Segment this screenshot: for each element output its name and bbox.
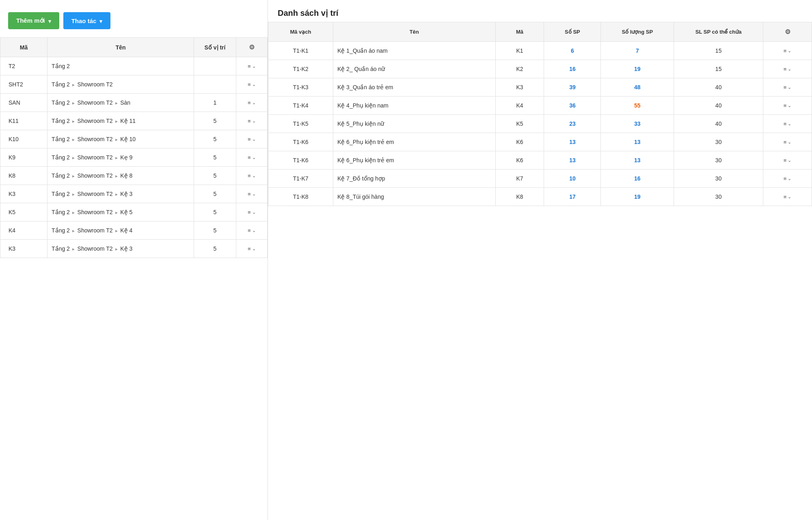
left-table-row: K4Tầng 2 ▸ Showroom T2 ▸ Kệ 45≡ ⌄ — [0, 221, 268, 240]
breadcrumb-arrow: ▸ — [114, 100, 119, 106]
breadcrumb-part: Kẹ 9 — [120, 154, 132, 161]
right-table-row: T1-K6Kệ 6_Phụ kiện trẻ emK6131330≡ ⌄ — [268, 133, 812, 151]
left-row-ma: K10 — [0, 130, 48, 148]
action-menu-icon[interactable]: ≡ ⌄ — [784, 157, 792, 163]
action-menu-icon[interactable]: ≡ ⌄ — [248, 100, 256, 106]
left-row-ten: Tầng 2 ▸ Showroom T2 ▸ Kẹ 9 — [48, 148, 194, 167]
breadcrumb-part: Showroom T2 — [78, 118, 113, 124]
right-row-mavach: T1-K7 — [268, 170, 333, 188]
breadcrumb-part: Showroom T2 — [78, 172, 113, 179]
left-row-action[interactable]: ≡ ⌄ — [236, 75, 267, 94]
left-row-ma: T2 — [0, 57, 48, 75]
left-table-row: K3Tầng 2 ▸ Showroom T2 ▸ Kệ 35≡ ⌄ — [0, 185, 268, 203]
left-row-sovitri: 1 — [194, 94, 236, 112]
toolbar: Thêm mới Thao tác — [0, 8, 268, 37]
action-menu-icon[interactable]: ≡ ⌄ — [784, 139, 792, 145]
left-row-ma: SAN — [0, 94, 48, 112]
right-row-ma: K2 — [495, 60, 544, 78]
action-menu-icon[interactable]: ≡ ⌄ — [248, 228, 256, 234]
left-row-action[interactable]: ≡ ⌄ — [236, 94, 267, 112]
left-row-action[interactable]: ≡ ⌄ — [236, 185, 267, 203]
left-table-row: SANTầng 2 ▸ Showroom T2 ▸ Sàn1≡ ⌄ — [0, 94, 268, 112]
breadcrumb-part: Kệ 4 — [120, 227, 132, 234]
add-new-button[interactable]: Thêm mới — [8, 12, 59, 29]
breadcrumb-arrow: ▸ — [114, 210, 119, 215]
left-row-action[interactable]: ≡ ⌄ — [236, 148, 267, 167]
left-row-ma: K8 — [0, 167, 48, 185]
right-row-action[interactable]: ≡ ⌄ — [763, 170, 812, 188]
col-slsp-header: Số lượng SP — [601, 22, 674, 42]
action-menu-icon[interactable]: ≡ ⌄ — [248, 63, 256, 69]
left-row-sovitri: 5 — [194, 167, 236, 185]
action-menu-icon[interactable]: ≡ ⌄ — [248, 191, 256, 197]
right-row-ma: K7 — [495, 170, 544, 188]
breadcrumb-arrow: ▸ — [114, 118, 119, 124]
breadcrumb-part: Kệ 3 — [120, 191, 132, 197]
right-row-action[interactable]: ≡ ⌄ — [763, 97, 812, 115]
left-row-action[interactable]: ≡ ⌄ — [236, 57, 267, 75]
col-sovitri-header: Số vị trí — [194, 38, 236, 57]
left-table-row: SHT2Tầng 2 ▸ Showroom T2≡ ⌄ — [0, 75, 268, 94]
action-menu-icon[interactable]: ≡ ⌄ — [784, 176, 792, 182]
right-row-action[interactable]: ≡ ⌄ — [763, 60, 812, 78]
left-row-ten: Tầng 2 ▸ Showroom T2 ▸ Kệ 10 — [48, 130, 194, 148]
right-row-action[interactable]: ≡ ⌄ — [763, 78, 812, 97]
action-menu-icon[interactable]: ≡ ⌄ — [784, 103, 792, 109]
left-row-action[interactable]: ≡ ⌄ — [236, 130, 267, 148]
breadcrumb-arrow: ▸ — [71, 155, 76, 161]
right-row-mavach: T1-K1 — [268, 42, 333, 60]
left-row-action[interactable]: ≡ ⌄ — [236, 167, 267, 185]
breadcrumb-part: Tầng 2 — [52, 245, 70, 252]
breadcrumb-arrow: ▸ — [71, 228, 76, 234]
right-row-mavach: T1-K3 — [268, 78, 333, 97]
action-menu-icon[interactable]: ≡ ⌄ — [248, 155, 256, 161]
right-row-sosp: 16 — [544, 60, 601, 78]
col-mavach-header: Mã vạch — [268, 22, 333, 42]
breadcrumb-part: Showroom T2 — [78, 136, 113, 142]
right-row-action[interactable]: ≡ ⌄ — [763, 115, 812, 133]
action-menu-icon[interactable]: ≡ ⌄ — [248, 246, 256, 252]
breadcrumb-arrow: ▸ — [71, 137, 76, 142]
left-row-ten: Tầng 2 ▸ Showroom T2 — [48, 75, 194, 94]
left-row-ma: K9 — [0, 148, 48, 167]
action-menu-icon[interactable]: ≡ ⌄ — [784, 48, 792, 54]
left-table-row: K9Tầng 2 ▸ Showroom T2 ▸ Kẹ 95≡ ⌄ — [0, 148, 268, 167]
right-row-action[interactable]: ≡ ⌄ — [763, 42, 812, 60]
breadcrumb-arrow: ▸ — [71, 191, 76, 197]
action-menu-icon[interactable]: ≡ ⌄ — [784, 121, 792, 127]
left-row-action[interactable]: ≡ ⌄ — [236, 203, 267, 221]
action-menu-icon[interactable]: ≡ ⌄ — [248, 173, 256, 179]
right-row-slchua: 40 — [674, 78, 763, 97]
right-row-action[interactable]: ≡ ⌄ — [763, 133, 812, 151]
col-ten-header: Tên — [48, 38, 194, 57]
right-row-action[interactable]: ≡ ⌄ — [763, 188, 812, 206]
action-menu-icon[interactable]: ≡ ⌄ — [248, 82, 256, 88]
breadcrumb-arrow: ▸ — [114, 173, 119, 179]
action-menu-icon[interactable]: ≡ ⌄ — [248, 118, 256, 124]
action-chevron — [99, 17, 102, 24]
action-menu-icon[interactable]: ≡ ⌄ — [784, 84, 792, 90]
right-row-ma: K6 — [495, 133, 544, 151]
left-table-row: K5Tầng 2 ▸ Showroom T2 ▸ Kệ 55≡ ⌄ — [0, 203, 268, 221]
breadcrumb-part: Tầng 2 — [52, 99, 70, 106]
left-row-action[interactable]: ≡ ⌄ — [236, 112, 267, 130]
action-menu-icon[interactable]: ≡ ⌄ — [248, 136, 256, 142]
breadcrumb-part: Tầng 2 — [52, 191, 70, 197]
right-row-ten: Kệ 6_Phụ kiện trẻ em — [333, 151, 495, 170]
left-row-ma: K4 — [0, 221, 48, 240]
breadcrumb-part: Tầng 2 — [52, 227, 70, 234]
right-row-slsp: 19 — [601, 60, 674, 78]
action-menu-icon[interactable]: ≡ ⌄ — [784, 66, 792, 72]
right-row-action[interactable]: ≡ ⌄ — [763, 151, 812, 170]
breadcrumb-part: Kệ 3 — [120, 245, 132, 252]
left-row-action[interactable]: ≡ ⌄ — [236, 240, 267, 258]
left-row-action[interactable]: ≡ ⌄ — [236, 221, 267, 240]
action-button[interactable]: Thao tác — [63, 12, 111, 29]
breadcrumb-part: Showroom T2 — [78, 99, 113, 106]
action-menu-icon[interactable]: ≡ ⌄ — [248, 209, 256, 215]
gear-icon-left: ⚙ — [249, 44, 255, 51]
col-action-header: ⚙ — [236, 38, 267, 57]
breadcrumb-arrow: ▸ — [71, 118, 76, 124]
col-ma2-header: Mã — [495, 22, 544, 42]
action-menu-icon[interactable]: ≡ ⌄ — [784, 194, 792, 200]
